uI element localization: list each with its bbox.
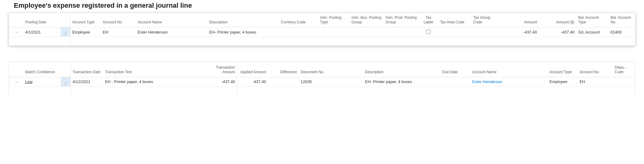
col-bal-account-type[interactable]: Bal. Account Type	[576, 13, 609, 27]
recon-empty-row[interactable]	[9, 86, 635, 95]
recon-header-row: Match Confidence Transaction Date Transa…	[9, 61, 635, 77]
col-transaction-date[interactable]: Transaction Date	[71, 61, 103, 77]
recon-grid-panel: Match Confidence Transaction Date Transa…	[9, 61, 635, 95]
cell-transaction-date[interactable]: 4/12/2021	[71, 77, 103, 86]
col-dept-code[interactable]: Depa... Code	[613, 61, 635, 77]
journal-grid: Posting Date Account Type Account No. Ac…	[9, 13, 635, 46]
kebab-icon	[65, 32, 66, 35]
col-account-type[interactable]: Account Type	[70, 13, 101, 27]
col-tax-area-code[interactable]: Tax Area Code	[438, 13, 471, 27]
col-document-no[interactable]: Document No.	[299, 61, 363, 77]
cell-tax-liable[interactable]	[419, 27, 438, 37]
cell-gen-prod-posting-group[interactable]	[384, 27, 419, 37]
cell-gen-bus-posting-group[interactable]	[350, 27, 384, 37]
cell-account-type[interactable]: Employee	[548, 77, 578, 86]
journal-header-row: Posting Date Account Type Account No. Ac…	[9, 13, 635, 27]
row-selector-arrow-icon[interactable]: →	[9, 27, 23, 37]
col-amount-usd[interactable]: Amount ($)	[539, 13, 576, 27]
col-account-type[interactable]: Account Type	[548, 61, 578, 77]
cell-amount[interactable]: -437.40	[501, 27, 539, 37]
cell-tax-area-code[interactable]	[438, 27, 471, 37]
cell-account-no[interactable]: EH	[578, 77, 613, 86]
cell-currency-code[interactable]	[279, 27, 318, 37]
col-account-no[interactable]: Account No.	[101, 13, 136, 27]
kebab-icon	[65, 82, 66, 85]
row-actions-button[interactable]	[61, 77, 71, 86]
page-title: Employee's expense registered in a gener…	[0, 0, 644, 13]
recon-grid: Match Confidence Transaction Date Transa…	[9, 61, 635, 95]
match-confidence-link[interactable]: Low	[25, 79, 33, 84]
cell-description[interactable]: EH- Printer paper, 4 boxes	[207, 27, 279, 37]
cell-document-no[interactable]: 12035	[299, 77, 363, 86]
col-gen-bus-posting-group[interactable]: Gen. Bus. Posting Group	[350, 13, 384, 27]
cell-account-type[interactable]: Employee	[70, 27, 101, 37]
col-description[interactable]: Description	[363, 61, 441, 77]
tax-liable-checkbox[interactable]	[426, 30, 431, 34]
col-gen-posting-type[interactable]: Gen. Posting Type	[318, 13, 350, 27]
cell-dept-code[interactable]	[613, 77, 635, 86]
col-posting-date[interactable]: Posting Date	[23, 13, 61, 27]
cell-bal-account-type[interactable]: G/L Account	[576, 27, 609, 37]
col-difference[interactable]: Difference	[268, 61, 299, 77]
col-description[interactable]: Description	[207, 13, 279, 27]
row-selector-arrow-icon[interactable]: →	[9, 77, 24, 86]
col-account-name[interactable]: Account Name	[136, 13, 207, 27]
col-tax-group-code[interactable]: Tax Group Code	[471, 13, 501, 27]
col-kebab	[61, 61, 71, 77]
col-bal-account-no[interactable]: Bal. Account No.	[609, 13, 635, 27]
col-tax-liable[interactable]: Tax Liable	[419, 13, 438, 27]
col-transaction-text[interactable]: Transaction Text	[103, 61, 202, 77]
journal-empty-row[interactable]	[9, 37, 635, 46]
col-transaction-amount[interactable]: Transaction Amount	[202, 61, 237, 77]
col-gen-prod-posting-group[interactable]: Gen. Prod. Posting Group	[384, 13, 419, 27]
col-account-no[interactable]: Account No.	[578, 61, 613, 77]
account-name-link[interactable]: Ester Henderson	[472, 79, 502, 84]
col-account-name[interactable]: Account Name	[470, 61, 548, 77]
cell-description[interactable]: EH- Printer paper, 4 boxes	[363, 77, 441, 86]
journal-grid-panel: Posting Date Account Type Account No. Ac…	[9, 13, 635, 46]
cell-transaction-amount[interactable]: -437.40	[202, 77, 237, 86]
journal-row[interactable]: → 4/1/2021 Employee EH Ester Henderson E…	[9, 27, 635, 37]
cell-difference[interactable]	[268, 77, 299, 86]
cell-account-no[interactable]: EH	[101, 27, 136, 37]
col-applied-amount[interactable]: Applied Amount	[237, 61, 268, 77]
cell-bal-account-no[interactable]: 61400	[609, 27, 635, 37]
col-kebab	[61, 13, 70, 27]
col-currency-code[interactable]: Currency Code	[279, 13, 318, 27]
cell-match-confidence[interactable]: Low	[23, 77, 61, 86]
cell-due-date[interactable]	[440, 77, 470, 86]
cell-account-name[interactable]: Ester Henderson	[136, 27, 207, 37]
col-arrow	[9, 13, 23, 27]
col-amount[interactable]: Amount	[501, 13, 539, 27]
cell-tax-group-code[interactable]	[471, 27, 501, 37]
row-actions-button[interactable]	[61, 27, 70, 37]
col-match-confidence[interactable]: Match Confidence	[23, 61, 61, 77]
cell-amount-usd[interactable]: -437.40	[539, 27, 576, 37]
cell-gen-posting-type[interactable]	[318, 27, 350, 37]
col-due-date[interactable]: Due Date	[440, 61, 470, 77]
cell-account-name[interactable]: Ester Henderson	[470, 77, 548, 86]
cell-applied-amount[interactable]: -437.40	[237, 77, 268, 86]
cell-posting-date[interactable]: 4/1/2021	[23, 27, 61, 37]
col-arrow	[9, 61, 24, 77]
recon-row[interactable]: → Low 4/12/2021 EH - Printer paper, 4 bo…	[9, 77, 635, 86]
cell-transaction-text[interactable]: EH - Printer paper, 4 boxes	[103, 77, 202, 86]
